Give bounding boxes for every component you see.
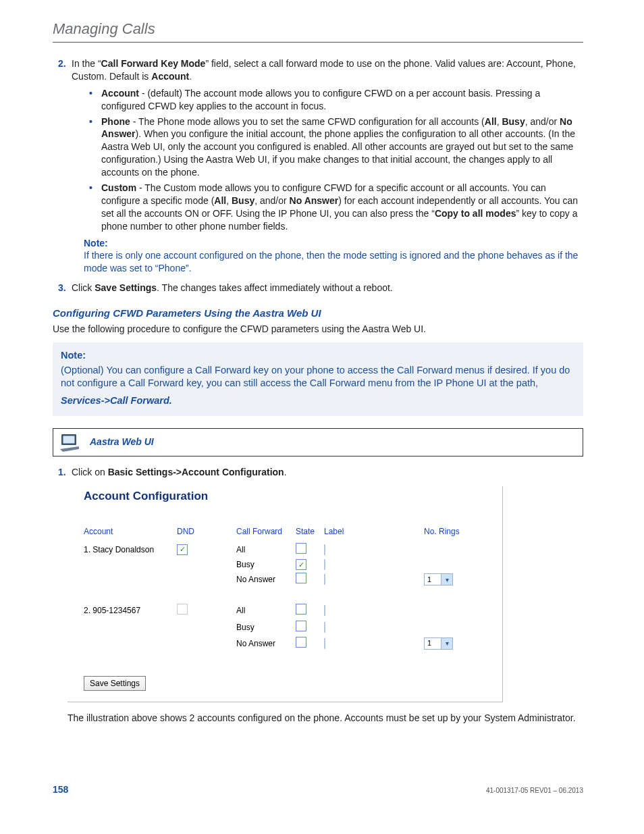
col-label: Label: [324, 526, 419, 541]
step-3-number: 3.: [58, 282, 66, 294]
col-state: State: [296, 526, 319, 541]
aastra-webui-bar: Aastra Web UI: [53, 428, 583, 457]
doc-id: 41-001317-05 REV01 – 06.2013: [486, 787, 583, 794]
account-1-cfwd-all: All: [236, 543, 290, 556]
inline-note: Note: If there is only one account confi…: [84, 237, 583, 276]
account-2-state-all-checkbox[interactable]: [296, 604, 306, 615]
col-rings: No. Rings: [424, 526, 485, 541]
step-1b-text: Click on Basic Settings->Account Configu…: [72, 467, 287, 477]
step-1b: 1. Click on Basic Settings->Account Conf…: [58, 466, 583, 479]
col-account: Account: [84, 526, 171, 541]
account-1-label-noans-input[interactable]: [324, 574, 325, 585]
bullet-account: Account - (default) The account mode all…: [89, 87, 583, 113]
col-cfwd: Call Forward: [236, 526, 290, 541]
page-number: 158: [53, 784, 68, 795]
step-2-text: In the “Call Forward Key Mode” field, se…: [72, 58, 576, 82]
account-1-cfwd-busy: Busy: [236, 558, 290, 571]
subheading-cfwd-params: Configuring CFWD Parameters Using the Aa…: [53, 307, 583, 320]
running-header: Managing Calls: [53, 20, 583, 43]
note-box: Note: (Optional) You can configure a Cal…: [53, 342, 583, 415]
account-2-rings-select[interactable]: 1▾: [424, 637, 453, 650]
account-1-label-all-input[interactable]: [324, 544, 325, 555]
account-1-dnd-checkbox[interactable]: ✓: [177, 544, 188, 555]
account-1-cfwd-noans: No Answer: [236, 573, 290, 586]
step-3-text: Click Save Settings. The changes takes a…: [72, 282, 393, 293]
account-2-label-all-input[interactable]: [324, 605, 325, 616]
account-1-label-busy-input[interactable]: [324, 559, 325, 570]
account-1-rings-select[interactable]: 1▾: [424, 573, 453, 585]
path-line: Services->Call Forward.: [61, 394, 575, 408]
account-2-name: 2. 905-1234567: [84, 604, 171, 617]
figure-title: Account Configuration: [84, 489, 502, 504]
account-config-figure: Account Configuration Account DND Call F…: [68, 486, 503, 702]
bullet-custom: Custom - The Custom mode allows you to c…: [89, 182, 583, 233]
col-dnd: DND: [177, 526, 231, 541]
account-1-state-noans-checkbox[interactable]: [296, 573, 306, 583]
figure-caption: The illustration above shows 2 accounts …: [68, 712, 583, 725]
chevron-down-icon: ▾: [441, 638, 452, 649]
page-footer: 158 41-001317-05 REV01 – 06.2013: [53, 784, 583, 795]
bullet-phone: Phone - The Phone mode allows you to set…: [89, 115, 583, 179]
chevron-down-icon: ▾: [441, 574, 452, 585]
step-3: 3. Click Save Settings. The changes take…: [58, 282, 583, 294]
computer-icon: [59, 433, 82, 452]
account-2-cfwd-busy: Busy: [236, 621, 290, 634]
account-1-state-busy-checkbox[interactable]: ✓: [296, 559, 306, 570]
intro-text: Use the following procedure to configure…: [53, 323, 583, 336]
account-2-label-noans-input[interactable]: [324, 638, 325, 649]
step-2-number: 2.: [58, 57, 66, 70]
save-settings-button[interactable]: Save Settings: [84, 676, 146, 691]
account-2-state-busy-checkbox[interactable]: [296, 621, 306, 631]
account-2-state-noans-checkbox[interactable]: [296, 637, 306, 648]
account-2-dnd-checkbox[interactable]: [177, 604, 188, 615]
aastra-webui-label: Aastra Web UI: [90, 436, 154, 448]
svg-rect-1: [63, 436, 75, 444]
account-2-cfwd-noans: No Answer: [236, 637, 290, 650]
account-2-cfwd-all: All: [236, 604, 290, 617]
account-1-state-all-checkbox[interactable]: [296, 543, 306, 554]
account-1-name: 1. Stacy Donaldson: [84, 543, 171, 556]
account-2-label-busy-input[interactable]: [324, 622, 325, 633]
step-2: 2. In the “Call Forward Key Mode” field,…: [58, 57, 583, 275]
step-1b-number: 1.: [58, 466, 66, 479]
